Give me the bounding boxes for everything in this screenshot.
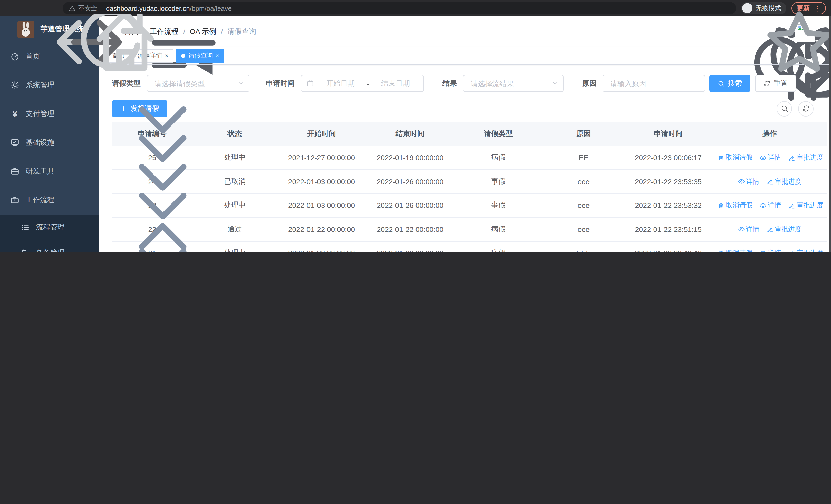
- window-edge: [829, 17, 831, 252]
- eye-icon: [760, 202, 766, 209]
- incognito-icon: [742, 3, 752, 13]
- approval-progress-link[interactable]: 审批进度: [789, 201, 823, 210]
- security-indicator[interactable]: 不安全: [69, 4, 97, 12]
- reason-label: 原因: [582, 79, 596, 88]
- divider: [102, 5, 102, 11]
- approval-progress-link[interactable]: 审批进度: [789, 248, 823, 252]
- pen-icon: [789, 202, 795, 209]
- sidebar-item-workflow[interactable]: 工作流程: [0, 186, 99, 214]
- breadcrumb: 首页 / 工作流程 / OA 示例 / 请假查询: [124, 27, 706, 36]
- approval-progress-link[interactable]: 审批进度: [789, 153, 823, 162]
- detail-link[interactable]: 详情: [738, 225, 760, 234]
- detail-link[interactable]: 详情: [760, 248, 781, 252]
- home-icon[interactable]: [48, 4, 57, 13]
- sidebar-item-payment[interactable]: ¥ 支付管理: [0, 99, 99, 128]
- approval-progress-link[interactable]: 审批进度: [767, 177, 801, 186]
- breadcrumb-current: 请假查询: [227, 27, 256, 36]
- calendar-icon: [307, 80, 314, 87]
- eye-icon: [738, 178, 745, 185]
- close-icon[interactable]: ×: [216, 53, 219, 59]
- warning-icon: [69, 5, 76, 11]
- security-label: 不安全: [78, 4, 97, 12]
- reason-input[interactable]: [603, 75, 705, 92]
- forward-icon[interactable]: [20, 4, 29, 13]
- detail-link[interactable]: 详情: [760, 153, 781, 162]
- eye-icon: [760, 250, 766, 252]
- chevron-down-icon: [86, 82, 92, 88]
- detail-link[interactable]: 详情: [738, 177, 760, 186]
- cancel-leave-link[interactable]: 取消请假: [718, 153, 752, 162]
- pen-icon: [789, 154, 795, 161]
- sidebar-item-devtools[interactable]: 研发工具: [0, 157, 99, 186]
- reload-icon[interactable]: [34, 4, 43, 13]
- search-icon: [780, 105, 788, 112]
- gear-icon: [10, 81, 20, 90]
- yen-icon: ¥: [10, 109, 20, 119]
- monitor-icon: [10, 138, 20, 147]
- apply-time-range-picker[interactable]: 开始日期 - 结束日期: [301, 75, 424, 92]
- kebab-menu-icon[interactable]: ⋮: [814, 4, 821, 12]
- detail-link[interactable]: 详情: [760, 201, 781, 210]
- incognito-badge: 无痕模式: [741, 2, 786, 14]
- chevron-up-icon: [86, 197, 92, 203]
- sidebar-item-process-mgmt[interactable]: 流程管理: [0, 214, 99, 240]
- tags-view-bar: 首页 流程详情 × 请假查询 ×: [99, 47, 831, 65]
- eye-icon: [760, 154, 766, 161]
- result-label: 结果: [442, 79, 457, 88]
- bookmark-star-icon[interactable]: [722, 4, 730, 12]
- url-text: dashboard.yudao.iocoder.cn/bpm/oa/leave: [106, 4, 718, 12]
- eye-icon: [738, 226, 745, 233]
- list-icon: [21, 223, 30, 232]
- address-bar[interactable]: 不安全 dashboard.yudao.iocoder.cn/bpm/oa/le…: [63, 2, 736, 14]
- apply-time-label: 申请时间: [266, 79, 295, 88]
- top-header: 首页 / 工作流程 / OA 示例 / 请假查询 TT ▾: [99, 17, 831, 47]
- chevron-down-icon: [86, 140, 92, 146]
- chevron-down-icon: [86, 111, 92, 117]
- toggle-search-button[interactable]: [777, 101, 792, 116]
- flow-tree-icon: [21, 248, 30, 252]
- refresh-icon: [802, 105, 810, 112]
- refresh-table-button[interactable]: [798, 101, 813, 116]
- briefcase-icon: [10, 196, 20, 205]
- workflow-submenu: 流程管理 任务管理 我的流程 待办任务 已办: [0, 214, 99, 252]
- screen: 不安全 dashboard.yudao.iocoder.cn/bpm/oa/le…: [0, 0, 831, 252]
- pen-icon: [789, 250, 795, 252]
- chevron-down-icon: [86, 168, 92, 175]
- chevron-down-icon: [86, 224, 92, 231]
- search-icon[interactable]: [706, 27, 715, 36]
- sidebar-item-infra[interactable]: 基础设施: [0, 128, 99, 157]
- sidebar-item-task-mgmt[interactable]: 任务管理: [0, 240, 99, 252]
- end-date-placeholder: 结束日期: [373, 79, 418, 88]
- trash-icon: [718, 154, 724, 161]
- toolbox-icon: [10, 167, 20, 176]
- cancel-leave-link[interactable]: 取消请假: [718, 201, 752, 210]
- trash-icon: [718, 202, 724, 209]
- browser-chrome: 不安全 dashboard.yudao.iocoder.cn/bpm/oa/le…: [0, 0, 831, 17]
- browser-update-button[interactable]: 更新 ⋮: [792, 2, 826, 14]
- trash-icon: [718, 250, 724, 252]
- pen-icon: [767, 226, 773, 233]
- chevron-up-icon: [86, 250, 92, 252]
- approval-progress-link[interactable]: 审批进度: [767, 225, 801, 234]
- cancel-leave-link[interactable]: 取消请假: [718, 248, 752, 252]
- pen-icon: [767, 178, 773, 185]
- start-date-placeholder: 开始日期: [318, 79, 363, 88]
- back-icon[interactable]: [5, 4, 15, 13]
- filter-form: 请假类型 申请时间 开始日期 - 结束日期 结果: [112, 75, 827, 92]
- result-select[interactable]: [463, 75, 564, 92]
